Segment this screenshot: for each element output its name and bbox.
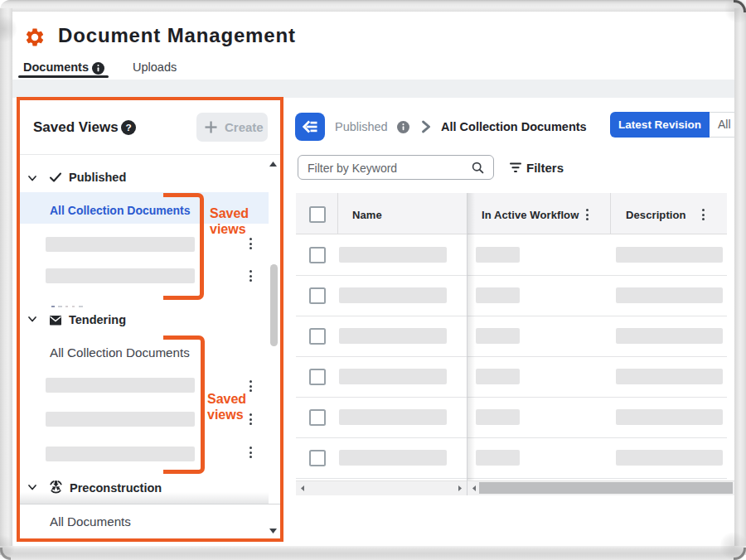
svg-text:?: ? [125, 122, 131, 133]
